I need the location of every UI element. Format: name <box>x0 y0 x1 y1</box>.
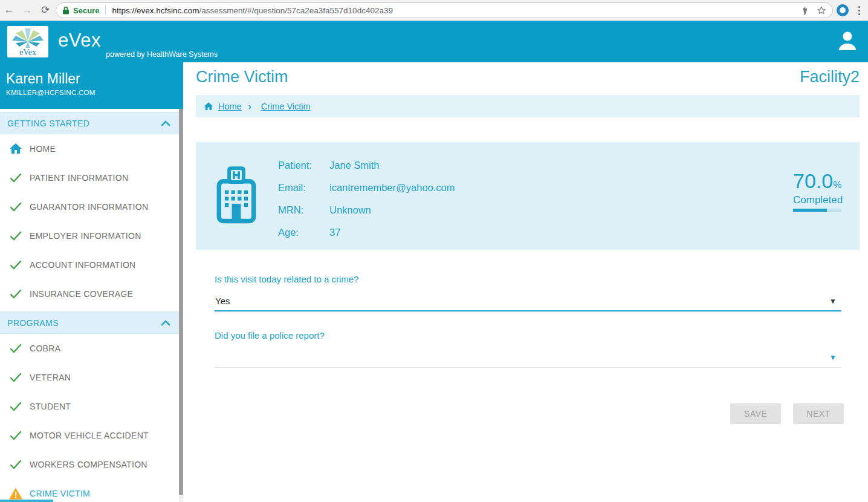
field-label: Patient: <box>278 160 329 171</box>
warning-icon <box>8 486 23 501</box>
logo-word: eVex <box>19 48 36 57</box>
question-police-report-label: Did you file a police report? <box>215 330 325 341</box>
completed-label: Completed <box>793 194 841 206</box>
field-value: 37 <box>329 227 340 238</box>
home-icon <box>8 142 23 156</box>
field-label: MRN: <box>278 204 329 216</box>
next-button[interactable]: NEXT <box>793 403 844 424</box>
sidebar-item-account-information[interactable]: ACCOUNT INFORMATION <box>0 250 179 279</box>
padlock-icon <box>62 6 70 15</box>
completion-percent: 70.0% <box>793 169 841 193</box>
key-icon[interactable] <box>802 6 811 15</box>
sidebar-item-label: CRIME VICTIM <box>30 489 90 498</box>
crime-related-select[interactable]: Yes ▼ <box>215 293 841 311</box>
sidebar-item-motor-vehicle-accident[interactable]: MOTOR VEHICLE ACCIDENT <box>0 421 179 450</box>
section-label: PROGRAMS <box>7 318 59 328</box>
sidebar-item-insurance-coverage[interactable]: INSURANCE COVERAGE <box>0 279 179 308</box>
refresh-icon[interactable]: ⟳ <box>36 4 54 16</box>
section-getting-started[interactable]: GETTING STARTED <box>0 112 179 134</box>
secure-label: Secure <box>73 6 99 15</box>
starburst-icon <box>11 27 45 49</box>
patient-field-row: Age: 37 <box>278 221 455 244</box>
sidebar-item-label: COBRA <box>30 344 60 353</box>
sidebar-item-label: PATIENT INFORMATION <box>30 173 128 183</box>
sidebar: Karen Miller KMILLER@HCFSINC.COM GETTING… <box>0 62 183 502</box>
main-content: Crime Victim Facility2 Home › Crime Vict… <box>183 62 868 502</box>
url-text: https://evex.hcfsinc.com/assessment/#/qu… <box>112 6 393 15</box>
sidebar-item-label: INSURANCE COVERAGE <box>30 289 133 299</box>
sidebar-item-workers-compensation[interactable]: WORKERS COMPENSATION <box>0 450 179 479</box>
breadcrumb-current-link[interactable]: Crime Victim <box>261 102 311 111</box>
chevron-up-icon <box>161 120 170 126</box>
sidebar-item-label: HOME <box>30 144 56 154</box>
check-icon <box>8 200 23 214</box>
user-name: Karen Miller <box>6 71 183 87</box>
sidebar-item-label: VETERAN <box>30 373 71 382</box>
breadcrumb: Home › Crime Victim <box>196 95 860 117</box>
sidebar-scrollbar-track[interactable] <box>179 109 183 502</box>
sidebar-item-label: MOTOR VEHICLE ACCIDENT <box>30 431 149 440</box>
url-domain: https://evex.hcfsinc.com <box>112 6 199 15</box>
browser-toolbar: ← → ⟳ Secure https://evex.hcfsinc.com/as… <box>0 0 868 21</box>
police-report-select[interactable]: ▼ <box>215 350 841 368</box>
sidebar-item-employer-information[interactable]: EMPLOYER INFORMATION <box>0 221 179 250</box>
sidebar-item-patient-information[interactable]: PATIENT INFORMATION <box>0 163 179 192</box>
sidebar-item-label: ACCOUNT INFORMATION <box>30 260 136 270</box>
sidebar-item-home[interactable]: HOME <box>0 134 179 163</box>
save-button[interactable]: SAVE <box>730 403 781 424</box>
field-label: Age: <box>278 227 329 238</box>
sidebar-item-label: STUDENT <box>30 402 71 411</box>
patient-field-row: Email: icantremember@yahoo.com <box>278 177 455 199</box>
browser-extension-icon[interactable] <box>837 4 849 16</box>
progress-fill <box>793 209 827 212</box>
sidebar-item-veteran[interactable]: VETERAN <box>0 363 179 392</box>
sidebar-item-guarantor-information[interactable]: GUARANTOR INFORMATION <box>0 192 179 221</box>
facility-label: Facility2 <box>800 68 860 86</box>
product-name: eVex <box>58 30 101 51</box>
section-label: GETTING STARTED <box>7 119 89 128</box>
field-value: Jane Smith <box>329 160 380 171</box>
completion-status: 70.0% Completed <box>793 169 841 212</box>
sidebar-item-crime-victim[interactable]: CRIME VICTIM <box>0 479 179 502</box>
omnibox-divider <box>105 5 106 15</box>
breadcrumb-home-link[interactable]: Home <box>218 102 242 111</box>
forward-icon[interactable]: → <box>18 4 36 16</box>
browser-menu-icon[interactable] <box>853 4 864 16</box>
page: ← → ⟳ Secure https://evex.hcfsinc.com/as… <box>0 0 868 502</box>
sidebar-scrollbar-thumb[interactable] <box>179 109 183 495</box>
check-icon <box>8 399 23 414</box>
check-icon <box>8 258 23 272</box>
bookmark-star-icon[interactable] <box>817 5 826 15</box>
sidebar-nav: GETTING STARTED HOME PATIENT INFORMATION… <box>0 112 179 502</box>
sidebar-item-cobra[interactable]: COBRA <box>0 334 179 363</box>
user-email: KMILLER@HCFSINC.COM <box>6 89 183 96</box>
user-account-icon[interactable] <box>835 28 860 53</box>
progress-bar <box>793 209 841 212</box>
dropdown-caret-icon: ▼ <box>829 297 837 305</box>
check-icon <box>8 229 23 243</box>
check-icon <box>8 428 23 443</box>
page-title: Crime Victim <box>196 68 288 86</box>
sidebar-item-label: WORKERS COMPENSATION <box>30 460 147 469</box>
sidebar-item-label: GUARANTOR INFORMATION <box>30 202 148 212</box>
section-programs[interactable]: PROGRAMS <box>0 311 179 334</box>
hospital-icon <box>216 165 257 225</box>
select-value: Yes <box>215 296 230 306</box>
field-value: icantremember@yahoo.com <box>329 182 455 194</box>
check-icon <box>8 341 23 356</box>
url-path: /assessment/#/question/57ca2ea3fa557d10d… <box>199 6 393 15</box>
sidebar-item-student[interactable]: STUDENT <box>0 392 179 421</box>
dropdown-caret-icon: ▼ <box>829 353 837 362</box>
patient-field-row: MRN: Unknown <box>278 199 455 221</box>
breadcrumb-chevron-icon: › <box>248 101 251 111</box>
back-icon[interactable]: ← <box>0 4 18 16</box>
sidebar-partial-next-element <box>0 500 53 502</box>
address-bar[interactable]: Secure https://evex.hcfsinc.com/assessme… <box>56 2 833 18</box>
check-icon <box>8 287 23 301</box>
check-icon <box>8 457 23 472</box>
security-indicator[interactable]: Secure <box>62 6 99 15</box>
patient-field-row: Patient: Jane Smith <box>278 154 455 177</box>
field-value: Unknown <box>329 204 371 216</box>
app-header: eVex eVex powered by HealthWare Systems <box>0 21 868 62</box>
product-tagline: powered by HealthWare Systems <box>106 50 218 59</box>
